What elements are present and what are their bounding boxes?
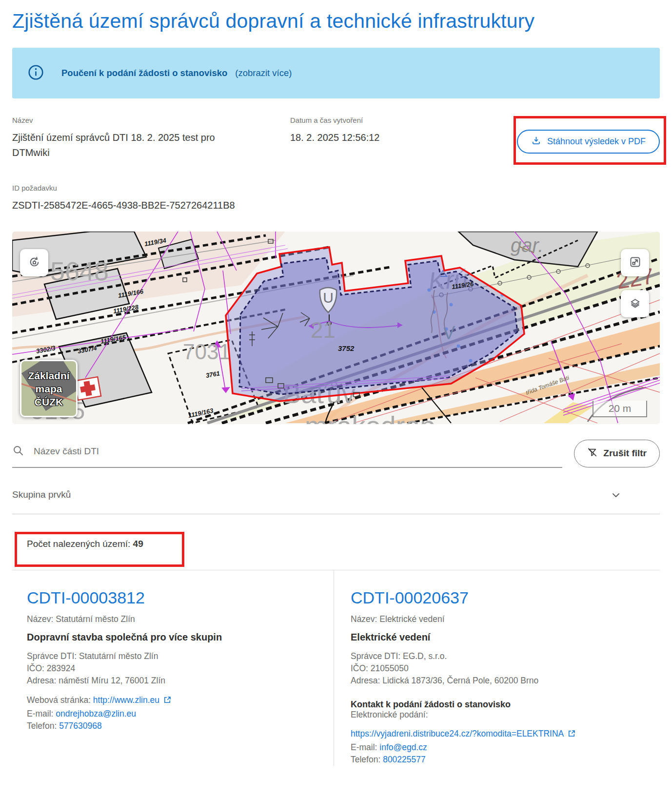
- card-address: Adresa: náměstí Míru 12, 76001 Zlín: [27, 675, 319, 687]
- result-count-value: 49: [133, 539, 143, 549]
- card-phone-link[interactable]: 577630968: [59, 721, 102, 731]
- download-pdf-button[interactable]: Stáhnout výsledek v PDF: [517, 130, 660, 154]
- map-label-5648: 5648: [50, 256, 109, 286]
- download-pdf-label: Stáhnout výsledek v PDF: [547, 136, 646, 147]
- card-group: Dopravní stavba společná pro více skupin: [27, 632, 319, 643]
- search-input[interactable]: [34, 446, 562, 457]
- card-contact-lines: E-mail: info@egd.cz Telefon: 800225577: [351, 741, 660, 766]
- chevron-down-icon: [610, 489, 622, 504]
- name-value: Zjištění území správců DTI 18. 2. 2025 t…: [12, 130, 251, 160]
- reset-view-icon: [28, 255, 41, 270]
- card-admin: Správce DTI: EG.D, s.r.o.: [351, 650, 660, 662]
- card-admin-block: Správce DTI: EG.D, s.r.o. IČO: 21055050 …: [351, 650, 660, 687]
- card-name: Název: Elektrické vedení: [351, 614, 660, 624]
- group-filter-label: Skupina prvků: [12, 489, 71, 500]
- map-canvas[interactable]: 5648 7031 5155 Krú Baťův mrakodrap gar. …: [12, 232, 660, 424]
- created-label: Datum a čas vytvoření: [290, 116, 485, 124]
- card-web-link[interactable]: http://www.zlin.eu: [93, 695, 159, 705]
- group-filter-row[interactable]: Skupina prvků: [12, 479, 660, 514]
- card-admin: Správce DTI: Statutární město Zlín: [27, 650, 319, 662]
- card-ico: IČO: 283924: [27, 662, 319, 675]
- search-field[interactable]: [12, 439, 562, 468]
- meta-row: Název Zjištění území správců DTI 18. 2. …: [12, 116, 660, 160]
- card-phone-link[interactable]: 800225577: [383, 755, 426, 764]
- page-title: Zjištěná území správců dopravní a techni…: [12, 8, 660, 34]
- filter-row: Zrušit filtr: [12, 439, 660, 468]
- meta-actions: Stáhnout výsledek v PDF: [485, 116, 660, 154]
- created-value: 18. 2. 2025 12:56:12: [290, 130, 485, 145]
- map-scale-bar: 20 m: [593, 401, 647, 417]
- card-url-row: https://vyjadreni.distribuce24.cz/?komod…: [351, 728, 660, 741]
- info-icon: [28, 64, 44, 82]
- card-contact-header: Kontakt k podání žádosti o stanovisko: [351, 699, 660, 710]
- info-banner: Poučení k podání žádosti o stanovisko (z…: [12, 48, 660, 98]
- basemap-switcher[interactable]: Základní mapa ČÚZK: [20, 360, 78, 417]
- external-link-icon: [567, 729, 576, 741]
- download-icon: [531, 136, 541, 148]
- card-contact-block: Webová stránka: http://www.zlin.eu E-mai…: [27, 694, 319, 732]
- card-id-link[interactable]: CDTI-00020637: [351, 588, 660, 607]
- filter-off-icon: [587, 447, 598, 460]
- card-id-link[interactable]: CDTI-00003812: [27, 588, 319, 607]
- results-list: CDTI-00003812 Název: Statutární město Zl…: [12, 570, 660, 766]
- card-email-link[interactable]: info@egd.cz: [379, 742, 427, 752]
- map-layers-button[interactable]: [621, 290, 649, 317]
- banner-text: Poučení k podání žádosti o stanovisko: [61, 68, 227, 78]
- card-admin-block: Správce DTI: Statutární město Zlín IČO: …: [27, 650, 319, 687]
- result-card: CDTI-00003812 Název: Statutární město Zl…: [12, 570, 334, 766]
- card-web-label: Webová stránka:: [27, 695, 93, 705]
- card-group: Elektrické vedení: [351, 632, 660, 643]
- card-email-link[interactable]: ondrejhobza@zlin.eu: [56, 709, 136, 718]
- map-scale-label: 20 m: [609, 403, 632, 414]
- name-label: Název: [12, 116, 290, 124]
- page: { "page": { "title": "Zjištěná území spr…: [0, 0, 672, 796]
- result-card: CDTI-00020637 Název: Elektrické vedení E…: [334, 570, 660, 766]
- basemap-switcher-label: Základní mapa ČÚZK: [21, 361, 76, 416]
- result-count-row: Počet nalezených území: 49: [12, 514, 660, 570]
- card-phone-label: Telefon:: [27, 721, 59, 731]
- request-id-label: ID požadavku: [12, 184, 660, 192]
- meta-created: Datum a čas vytvoření 18. 2. 2025 12:56:…: [290, 116, 485, 145]
- map-fullscreen-button[interactable]: [621, 249, 649, 276]
- request-id-block: ID požadavku ZSDTI-2585472E-4665-4938-BB…: [12, 184, 660, 213]
- map-container[interactable]: 5648 7031 5155 Krú Baťův mrakodrap gar. …: [12, 232, 660, 424]
- main-content: Zjištěná území správců dopravní a techni…: [0, 8, 672, 766]
- map-label-7031: 7031: [183, 340, 231, 364]
- request-id-value: ZSDTI-2585472E-4665-4938-BB2E-7527264211…: [12, 198, 251, 213]
- map-shield-letter: U: [323, 290, 334, 306]
- map-reset-view-button[interactable]: [20, 249, 48, 276]
- search-icon: [12, 445, 24, 458]
- card-phone-label: Telefon:: [351, 755, 383, 764]
- result-count-label: Počet nalezených území:: [27, 539, 133, 549]
- clear-filter-label: Zrušit filtr: [603, 448, 647, 459]
- card-contact-sub: Elektronické podání:: [351, 710, 660, 720]
- card-ico: IČO: 21055050: [351, 662, 660, 675]
- map-label-mrakodrap: mrakodrap: [305, 410, 435, 424]
- annotation-box-count: [15, 532, 184, 567]
- card-email-label: E-mail:: [27, 709, 56, 718]
- meta-name: Název Zjištění území správců DTI 18. 2. …: [12, 116, 290, 160]
- layers-icon: [629, 296, 642, 311]
- clear-filter-button[interactable]: Zrušit filtr: [574, 440, 660, 467]
- map-label-gar: gar.: [511, 234, 543, 256]
- card-address: Adresa: Lidická 1873/36, Černá Pole, 602…: [351, 675, 660, 687]
- card-url-link[interactable]: https://vyjadreni.distribuce24.cz/?komod…: [351, 729, 564, 738]
- map-label-3752: 3752: [338, 344, 355, 352]
- card-name: Název: Statutární město Zlín: [27, 614, 319, 624]
- banner-show-more-link[interactable]: (zobrazit více): [235, 68, 292, 78]
- fullscreen-icon: [629, 255, 642, 270]
- external-link-icon: [163, 696, 172, 708]
- map-label-21: 21: [311, 317, 336, 343]
- card-email-label: E-mail:: [351, 742, 379, 752]
